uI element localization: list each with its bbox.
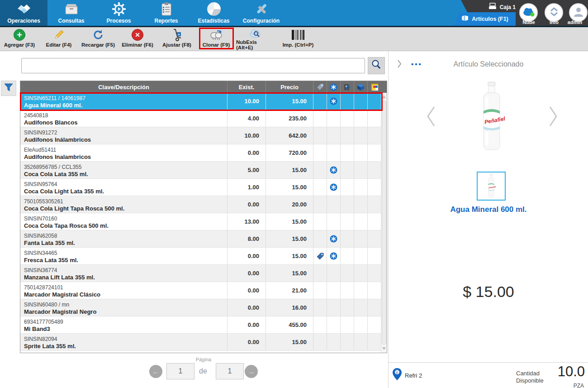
product-name: Agua Mineral 600 ml. [389,205,588,214]
table-row[interactable]: SINSIN65211 / 14061987Agua Mineral 600 m… [20,93,387,110]
row-icon-cell [354,162,368,178]
header-precio[interactable]: Precio [266,81,313,93]
quantity-unit: PZA [574,383,584,388]
articles-table: Clave/Descripción Exist. Precio [20,81,387,353]
ajustar-button[interactable]: + Ajustar (F8) [157,28,196,50]
recargar-button[interactable]: Recargar (F5) [79,28,118,50]
row-precio: 15.00 [266,248,313,264]
table-row[interactable]: 7501055305261Coca Cola Light Tapa Rosca … [20,196,387,213]
panel-menu-button[interactable]: ••• [411,60,422,68]
row-icon-cell [341,93,354,110]
header-sync-article-icon[interactable] [341,81,354,93]
header-image-icon[interactable] [368,81,381,93]
row-kit-icon [327,248,341,264]
nav-tab-consultas[interactable]: Consultas [47,0,95,26]
nav-tab-operaciones[interactable]: Operaciones [0,0,47,26]
total-pages-input[interactable] [216,363,244,379]
row-clave: SINSIN70160 [24,216,227,222]
tool-label: Recargar (F5) [81,42,115,48]
tab-articulos-label: Artículos (F1) [472,16,508,22]
row-clave: SINSIN82094 [24,336,227,343]
admin-button[interactable] [569,3,588,22]
row-precio: 15.00 [266,265,313,282]
row-icon-cell [327,144,341,161]
info-button[interactable] [545,3,563,22]
row-icon-cell [327,196,341,213]
tool-label: Clonar (F9) [203,42,230,48]
nubexis-button[interactable]: NubExis (Alt+E) [236,28,275,50]
clonar-button[interactable]: Clonar (F9) [197,28,236,50]
nav-tab-label: Operaciones [7,18,40,24]
row-icon-cell [341,196,354,213]
carousel-next-button[interactable] [548,105,559,130]
header-tag-icon[interactable] [313,81,327,93]
tool-label: Eliminar (F6) [122,42,153,48]
imprimir-button[interactable]: Imp. (Ctrl+P) [279,28,318,50]
table-row[interactable]: 35268956785 / CCL355Coca Cola Lata 355 m… [20,162,387,179]
row-icon-cell [313,144,327,161]
search-input[interactable] [21,58,365,73]
table-row[interactable]: SINSIN60480 / mnMarcador Magistral Negro… [20,299,387,316]
agregar-button[interactable]: + Agregar (F3) [0,28,39,50]
current-page-input[interactable] [166,363,194,379]
eliminar-button[interactable]: ✕ Eliminar (F6) [118,28,157,50]
header-exist[interactable]: Exist. [228,81,266,93]
nav-tab-configuracion[interactable]: Configuración [237,0,285,26]
prev-page-button[interactable]: ← [149,365,162,378]
row-icon-cell [313,127,327,144]
table-row[interactable]: SINSIN70160Coca Cola Tapa Rosca 500 ml.1… [20,213,387,230]
table-header: Clave/Descripción Exist. Precio [20,81,387,93]
table-row[interactable]: SINSIN91272Audifonos Inálambricos10.0064… [20,127,387,144]
editar-button[interactable]: Editar (F4) [39,28,78,50]
row-icon-cell [354,144,368,161]
svg-text:i: i [396,370,398,375]
header-clave[interactable]: Clave/Descripción [20,81,228,93]
carousel-prev-button[interactable] [426,105,436,130]
caja-indicator: Caja 1 [488,2,516,12]
filter-button[interactable] [1,81,16,96]
row-clave: EleAud51411 [24,147,227,153]
row-exist: 0.00 [228,265,266,282]
row-exist: 10.00 [228,93,266,110]
nav-tab-reportes[interactable]: Reportes [142,0,190,26]
table-row[interactable]: 7501428724101Marcador Magistral Clásico0… [20,282,387,299]
row-exist: 10.00 [228,127,266,144]
table-row[interactable]: EleAud51411Audifonos Inalambricos0.00720… [20,144,387,162]
pencil-icon [53,28,65,42]
tool-label: NubExis (Alt+E) [236,39,275,50]
scroll-down-arrow-icon[interactable] [382,347,386,350]
row-icon-cell [313,265,327,282]
table-scrollbar[interactable] [381,93,387,353]
collapse-panel-button[interactable] [397,59,402,70]
row-description: Coca Cola Lata 355 ml. [24,171,227,178]
table-row[interactable]: SINSIN36774Manzana Lift Lata 355 ml.0.00… [20,265,387,282]
product-thumbnail[interactable]: Peñafiel [477,172,506,201]
tool-label: Ajustar (F8) [162,42,191,48]
tab-articulos[interactable]: Artículos (F1) [454,12,516,26]
table-row[interactable]: SINSIN62058Fanta Lata 355 ml.8.0015.00 [20,230,387,248]
table-row[interactable]: SINSIN82094Sprite Lata 355 ml.0.0015.00 [20,334,387,351]
table-row[interactable]: 6934177705489Mi Band30.00455.00 [20,316,387,334]
row-icon-cell [327,334,341,350]
row-icon-cell [313,196,327,213]
table-row[interactable]: 24540818Audifonos Blancos4.00235.00 [20,110,387,127]
search-button[interactable] [368,57,385,74]
header-cube-icon[interactable] [354,81,368,93]
table-row[interactable]: SINSIN95764Coca Cola Light Lata 355 ml.1… [20,179,387,196]
table-row[interactable]: SINSIN34465Fresca Lata 355 ml.0.0015.00 [20,248,387,265]
row-precio: 15.00 [266,179,313,196]
nav-tab-procesos[interactable]: Procesos [95,0,142,26]
row-description: Fresca Lata 355 ml. [24,257,227,264]
nav-tab-estadisticas[interactable]: Estadísticas [190,0,237,26]
next-page-button[interactable]: → [245,365,258,378]
scroll-up-arrow-icon[interactable] [382,96,386,98]
row-kit-icon [327,93,341,110]
row-icon-cell [327,213,341,230]
location-label: Refri 2 [405,372,422,379]
header-kit-icon[interactable] [327,81,341,93]
refresh-icon [92,28,104,42]
row-icon-cell [354,196,368,213]
tool-label: Imp. (Ctrl+P) [283,42,314,48]
nube-button[interactable] [519,3,538,22]
scrollbar-thumb[interactable] [382,101,386,345]
